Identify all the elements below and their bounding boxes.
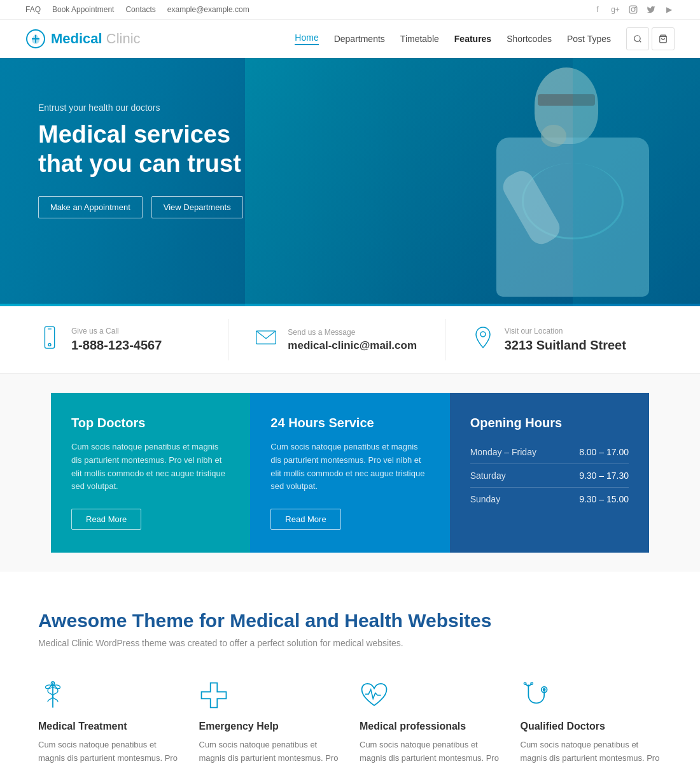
feature-emergency-help: Emergency Help Cum socis natoque penatib… <box>199 679 341 764</box>
email-label: Send us a Message <box>288 328 417 337</box>
search-button[interactable] <box>626 27 649 50</box>
header: Medical Clinic Home Departments Timetabl… <box>0 20 700 58</box>
caduceus-icon <box>38 679 180 712</box>
svg-point-6 <box>634 36 640 41</box>
service-body-24h: Cum socis natoque penatibus et magnis di… <box>270 441 429 493</box>
top-bar: FAQ Book Appointment Contacts example@ex… <box>0 0 700 20</box>
youtube-icon[interactable]: ▶ <box>663 4 675 15</box>
hero-title: Medical services that you can trust <box>38 120 280 178</box>
phone-info-text: Give us a Call 1-888-123-4567 <box>71 327 162 353</box>
feature-name-doctors: Qualified Doctors <box>521 721 662 732</box>
phone-icon <box>38 325 61 354</box>
feature-qualified-doctors: Qualified Doctors Cum socis natoque pena… <box>521 679 662 764</box>
location-value: 3213 Suitland Street <box>505 338 626 353</box>
feature-name-professionals: Medical professionals <box>360 721 501 732</box>
facebook-icon[interactable]: f <box>592 4 603 15</box>
feature-desc-emergency: Cum socis natoque penatibus et magnis di… <box>199 739 341 764</box>
svg-rect-9 <box>45 327 54 348</box>
feature-name-treatment: Medical Treatment <box>38 721 180 732</box>
instagram-icon[interactable] <box>627 4 639 15</box>
opening-hour-row: Sunday9.30 – 15.00 <box>470 488 629 511</box>
svg-point-17 <box>543 689 545 691</box>
location-icon <box>472 326 494 353</box>
svg-point-11 <box>48 344 51 346</box>
nav-timetable[interactable]: Timetable <box>400 34 439 44</box>
location-info-text: Visit our Location 3213 Suitland Street <box>505 327 626 353</box>
service-btn-doctors[interactable]: Read More <box>71 509 141 530</box>
hero-section: Entrust your health our doctors Medical … <box>0 58 700 306</box>
features-title: Awesome Theme for Medical and Health Web… <box>38 610 662 632</box>
svg-point-2 <box>635 7 636 8</box>
make-appointment-button[interactable]: Make an Appointment <box>38 196 143 218</box>
info-strip: Give us a Call 1-888-123-4567 Send us a … <box>0 306 700 374</box>
phone-label: Give us a Call <box>71 327 162 336</box>
logo-text: Medical Clinic <box>51 31 141 47</box>
googleplus-icon[interactable]: g+ <box>610 4 621 15</box>
service-title-hours: Opening Hours <box>470 416 629 430</box>
opening-hour-row: Saturday9.30 – 17.30 <box>470 464 629 488</box>
email-info: Send us a Message medical-clinic@mail.co… <box>228 319 445 360</box>
phone-info: Give us a Call 1-888-123-4567 <box>38 319 228 360</box>
svg-point-1 <box>631 8 635 11</box>
hero-content: Entrust your health our doctors Medical … <box>0 58 318 263</box>
medical-cross-icon <box>199 679 341 712</box>
cart-button[interactable] <box>652 27 675 50</box>
email-icon <box>255 329 277 351</box>
hero-subtitle: Entrust your health our doctors <box>38 103 280 113</box>
hero-buttons: Make an Appointment View Departments <box>38 196 280 218</box>
features-section: Awesome Theme for Medical and Health Web… <box>0 572 700 764</box>
location-info: Visit our Location 3213 Suitland Street <box>445 319 662 360</box>
faq-link[interactable]: FAQ <box>25 5 41 14</box>
heartbeat-icon <box>360 679 501 712</box>
email-info-text: Send us a Message medical-clinic@mail.co… <box>288 328 417 352</box>
contacts-link[interactable]: Contacts <box>125 5 155 14</box>
features-grid: Medical Treatment Cum socis natoque pena… <box>38 679 662 764</box>
service-body-doctors: Cum socis natoque penatibus et magnis di… <box>71 441 230 493</box>
email-value: medical-clinic@mail.com <box>288 339 417 352</box>
services-wrapper: Top Doctors Cum socis natoque penatibus … <box>0 374 700 572</box>
feature-desc-doctors: Cum socis natoque penatibus et magnis di… <box>521 739 662 764</box>
feature-medical-professionals: Medical professionals Cum socis natoque … <box>360 679 501 764</box>
service-btn-24h[interactable]: Read More <box>270 509 340 530</box>
location-label: Visit our Location <box>505 327 626 336</box>
view-departments-button[interactable]: View Departments <box>151 196 243 218</box>
nav-post-types[interactable]: Post Types <box>567 34 611 44</box>
nav-icons <box>626 27 675 50</box>
phone-value: 1-888-123-4567 <box>71 338 162 353</box>
hero-divider <box>0 304 700 306</box>
top-bar-links: FAQ Book Appointment Contacts example@ex… <box>25 5 249 14</box>
service-title-24h: 24 Hours Service <box>270 416 429 430</box>
feature-name-emergency: Emergency Help <box>199 721 341 732</box>
book-appointment-link[interactable]: Book Appointment <box>52 5 114 14</box>
svg-rect-0 <box>629 6 637 13</box>
social-links: f g+ ▶ <box>592 4 675 15</box>
service-card-doctors: Top Doctors Cum socis natoque penatibus … <box>51 393 250 553</box>
feature-desc-professionals: Cum socis natoque penatibus et magnis di… <box>360 739 501 764</box>
service-title-doctors: Top Doctors <box>71 416 230 430</box>
nav-shortcodes[interactable]: Shortcodes <box>507 34 552 44</box>
opening-hour-row: Monday – Friday8.00 – 17.00 <box>470 441 629 464</box>
service-card-hours: Opening Hours Monday – Friday8.00 – 17.0… <box>450 393 649 553</box>
svg-point-13 <box>480 332 486 337</box>
feature-desc-treatment: Cum socis natoque penatibus et magnis di… <box>38 739 180 764</box>
main-nav: Home Departments Timetable Features Shor… <box>295 27 675 50</box>
svg-line-7 <box>640 41 641 43</box>
twitter-icon[interactable] <box>645 4 657 15</box>
feature-medical-treatment: Medical Treatment Cum socis natoque pena… <box>38 679 180 764</box>
nav-features[interactable]: Features <box>454 34 491 44</box>
email-link[interactable]: example@example.com <box>167 5 249 14</box>
services-section: Top Doctors Cum socis natoque penatibus … <box>51 393 649 553</box>
opening-hours-list: Monday – Friday8.00 – 17.00Saturday9.30 … <box>470 441 629 511</box>
features-subtitle: Medical Clinic WordPress theme was creat… <box>38 638 662 648</box>
service-card-24h: 24 Hours Service Cum socis natoque penat… <box>250 393 449 553</box>
nav-home[interactable]: Home <box>295 32 318 45</box>
nav-departments[interactable]: Departments <box>334 34 385 44</box>
logo: Medical Clinic <box>25 29 141 49</box>
stethoscope-icon <box>521 679 662 712</box>
logo-icon <box>25 29 46 49</box>
